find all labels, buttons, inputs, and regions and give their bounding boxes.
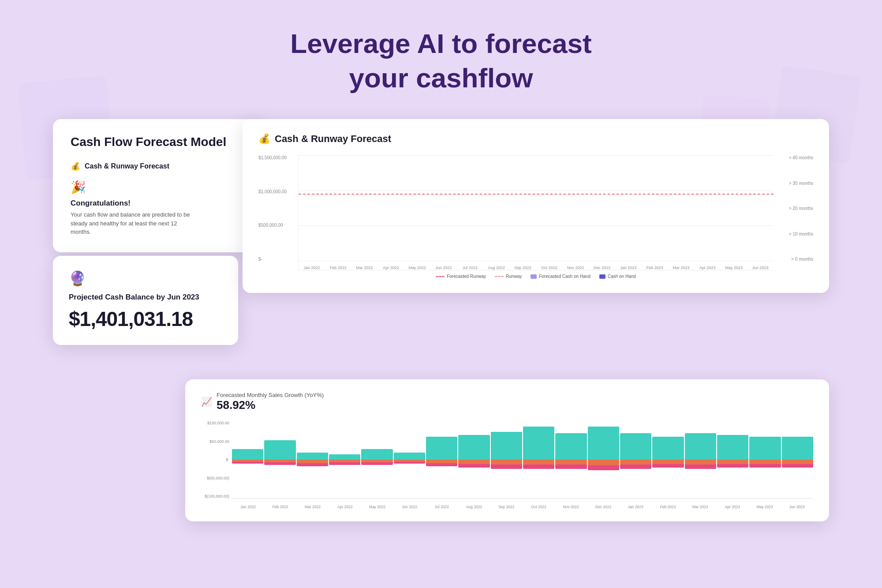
bottom-x-label: Jun 2023 [781,505,813,509]
bottom-bar-group [232,421,263,498]
bottom-x-label: May 2022 [361,505,393,509]
y-axis-right: > 0 months> 10 months> 20 months> 30 mon… [774,155,813,270]
neg-bar-orange [394,460,425,462]
x-label: Aug 2022 [483,261,510,270]
x-label: Sep 2022 [510,261,536,270]
neg-bar-pink [491,464,522,469]
x-label: Feb 2022 [325,261,351,270]
neg-bar-orange [782,460,813,464]
runway-line [299,194,774,195]
left-panel-card: Cash Flow Forecast Model 💰 Cash & Runway… [53,119,265,252]
positive-bar [361,449,392,460]
y-label-right: > 40 months [778,155,813,160]
positive-bar [523,427,554,460]
bars-container [299,155,774,261]
positive-bar [264,440,295,459]
cards-area: Cash Flow Forecast Model 💰 Cash & Runway… [53,119,829,588]
positive-bar [329,454,360,460]
legend-forecasted-runway: Forecasted Runway [436,274,486,279]
x-label: Apr 2022 [377,261,404,270]
left-panel-title: Cash Flow Forecast Model [71,135,247,149]
bottom-x-label: Feb 2023 [652,505,684,509]
bottom-bar-group [782,421,813,498]
bottom-x-label: Aug 2022 [458,505,490,509]
y-label-right: > 30 months [778,181,813,186]
x-label: Oct 2022 [536,261,562,270]
neg-bar-orange [555,460,587,465]
neg-bar-pink [264,462,295,465]
bottom-chart-header: 📈 Forecasted Monthly Sales Growth (YoY%)… [201,392,813,412]
x-label: Jan 2023 [615,261,642,270]
congrats-icon: 🎉 [71,180,247,195]
neg-bar-orange [685,460,716,465]
y-label-left: $- [258,257,294,262]
bottom-bar-group [458,421,490,498]
neg-bar-pink [394,462,425,464]
neg-bar-pink [749,464,781,468]
bottom-bar-group [394,421,425,498]
bottom-chart-icon: 📈 [201,397,212,407]
x-label: May 2023 [721,261,747,270]
positive-bar [749,437,781,459]
legend-forecasted-cash: Forecasted Cash on Hand [531,274,590,279]
y-label-left: $1,500,000.00 [258,155,294,160]
bottom-bar-group [555,421,587,498]
neg-bar-orange [523,460,554,465]
neg-bar-orange [749,460,781,464]
neg-bar-pink [620,464,651,469]
neg-bar-orange [652,460,684,464]
y-label-left: $1,000,000.00 [258,189,294,194]
bottom-bar-group [652,421,684,498]
neg-bar-pink [782,464,813,468]
bottom-x-label: Mar 2022 [296,505,329,509]
neg-bar-pink [361,462,392,465]
neg-bar-pink [523,464,554,469]
y-label-left: $500,000.00 [258,223,294,228]
congrats-title: Congratulations! [71,199,247,208]
main-chart-card: 💰 Cash & Runway Forecast $-$500,000.00$1… [243,119,829,293]
chart-title-text: Cash & Runway Forecast [275,133,391,145]
congrats-box: 🎉 Congratulations! Your cash flow and ba… [71,180,247,236]
positive-bar [458,435,490,459]
section-label-text: Cash & Runway Forecast [85,162,169,170]
positive-bar [652,437,684,459]
bottom-bar-group [426,421,457,498]
bottom-bar-group [361,421,392,498]
x-label: Feb 2023 [642,261,668,270]
positive-bar [717,435,748,459]
main-bar-chart: $-$500,000.00$1,000,000.00$1,500,000.00 [258,155,813,279]
x-label: Mar 2022 [351,261,378,270]
neg-bar-orange [620,460,651,465]
legend-runway: Runway [495,274,522,279]
section-label: 💰 Cash & Runway Forecast [71,161,247,171]
neg-bar-orange [297,460,328,463]
chart-emoji: 💰 [258,133,270,145]
x-label: Jun 2023 [747,261,774,270]
balance-label: Projected Cash Balance by Jun 2023 [69,293,222,302]
neg-bar-orange [426,460,457,463]
bottom-y-label: $100,000.00 [201,421,232,425]
x-label: May 2022 [404,261,430,270]
neg-bar-pink [329,462,360,465]
bottom-x-label: Dec 2022 [587,505,619,509]
bottom-bar-group [491,421,522,498]
bottom-x-label: Nov 2022 [555,505,587,509]
bottom-bar-group [685,421,716,498]
neg-bar-orange [264,460,295,463]
y-label-right: > 10 months [778,232,813,236]
neg-bar-pink [717,464,748,468]
neg-bar-pink [232,462,263,464]
page-title: Leverage AI to forecast your cashflow [0,0,882,95]
positive-bar [491,432,522,460]
bottom-chart-value: 58.92% [217,398,324,412]
bottom-bar-group [717,421,748,498]
bottom-x-label: Jan 2023 [620,505,652,509]
congrats-text: Your cash flow and balance are predicted… [71,210,194,236]
bottom-x-label: Jul 2022 [426,505,458,509]
bottom-x-label: Jun 2022 [393,505,426,509]
neg-bar-pink [426,463,457,466]
bottom-x-label: May 2023 [749,505,781,509]
bottom-y-label: $50,000.00 [201,439,232,444]
bottom-x-label: Sep 2022 [490,505,523,509]
bottom-bar-group [588,421,619,498]
